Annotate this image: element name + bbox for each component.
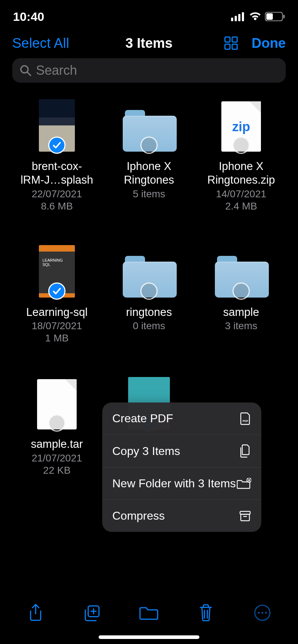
file-item[interactable]: brent-cox-lRM-J…splash 22/07/2021 8.6 MB bbox=[12, 99, 101, 212]
duplicate-button[interactable] bbox=[80, 600, 105, 625]
svg-rect-1 bbox=[235, 16, 237, 21]
selection-circle-icon bbox=[140, 137, 158, 154]
svg-text:PDF: PDF bbox=[243, 419, 248, 423]
menu-item-label: Compress bbox=[112, 509, 165, 523]
pdf-icon: PDF bbox=[240, 412, 251, 425]
svg-point-27 bbox=[262, 612, 263, 613]
menu-item-new-folder[interactable]: New Folder with 3 Items bbox=[102, 468, 261, 500]
selection-circle-icon bbox=[48, 414, 66, 432]
selection-circle-icon bbox=[140, 282, 158, 300]
delete-button[interactable] bbox=[193, 600, 218, 625]
folder-item-count: 3 items bbox=[225, 320, 257, 332]
svg-rect-2 bbox=[238, 14, 240, 21]
cellular-icon bbox=[231, 12, 245, 21]
more-button[interactable] bbox=[250, 600, 275, 625]
done-button[interactable]: Done bbox=[252, 36, 286, 51]
file-name: sample.tar bbox=[31, 437, 83, 451]
context-menu: Create PDF PDF Copy 3 Items New Folder w… bbox=[102, 402, 261, 532]
file-item[interactable]: ringtones 0 items bbox=[104, 245, 194, 344]
file-name: sample bbox=[223, 305, 259, 319]
status-bar: 10:40 bbox=[0, 0, 298, 29]
file-item[interactable]: sample 3 items bbox=[197, 245, 286, 344]
file-size: 1 MB bbox=[45, 332, 68, 344]
menu-item-label: Copy 3 Items bbox=[112, 445, 180, 458]
svg-rect-9 bbox=[225, 44, 230, 49]
svg-rect-3 bbox=[242, 12, 244, 21]
copy-icon bbox=[239, 444, 251, 458]
file-item[interactable]: Iphone XRingtones 5 items bbox=[104, 99, 194, 212]
file-item[interactable]: zip Iphone XRingtones.zip 14/07/2021 2.4… bbox=[197, 99, 286, 212]
trash-icon bbox=[198, 604, 213, 622]
file-date: 18/07/2021 bbox=[32, 320, 82, 332]
share-icon bbox=[28, 603, 44, 622]
file-name: brent-cox-lRM-J…splash bbox=[21, 160, 93, 187]
folder-icon bbox=[139, 605, 159, 621]
svg-point-28 bbox=[265, 612, 267, 613]
svg-rect-8 bbox=[232, 37, 237, 42]
file-name: Iphone XRingtones bbox=[124, 160, 174, 187]
wifi-icon bbox=[249, 12, 261, 21]
status-time: 10:40 bbox=[13, 10, 44, 24]
select-all-button[interactable]: Select All bbox=[12, 36, 69, 51]
svg-rect-5 bbox=[266, 13, 273, 20]
file-item[interactable]: LEARNING SQL Learning-sql 18/07/2021 1 M… bbox=[12, 245, 101, 344]
view-grid-icon[interactable] bbox=[224, 36, 239, 51]
file-size: 22 KB bbox=[43, 465, 71, 476]
home-indicator bbox=[99, 635, 199, 639]
file-item[interactable]: sample.tar 21/07/2021 22 KB bbox=[12, 377, 101, 476]
menu-item-compress[interactable]: Compress bbox=[102, 500, 261, 532]
selection-circle-icon bbox=[232, 282, 250, 300]
svg-line-12 bbox=[27, 72, 31, 75]
svg-rect-18 bbox=[241, 514, 249, 521]
search-icon bbox=[19, 64, 32, 77]
search-input[interactable] bbox=[36, 63, 279, 78]
archive-icon bbox=[239, 510, 251, 522]
file-name: Iphone XRingtones.zip bbox=[207, 160, 275, 187]
file-size: 2.4 MB bbox=[225, 201, 257, 212]
svg-point-26 bbox=[258, 612, 260, 613]
svg-rect-6 bbox=[283, 15, 285, 18]
page-title: 3 Items bbox=[126, 36, 173, 51]
search-field[interactable] bbox=[12, 58, 286, 83]
file-name: ringtones bbox=[126, 305, 172, 319]
svg-rect-0 bbox=[231, 18, 233, 21]
battery-icon bbox=[265, 12, 285, 21]
nav-bar: Select All 3 Items Done bbox=[0, 29, 298, 55]
menu-item-label: Create PDF bbox=[112, 412, 173, 425]
selection-circle-icon bbox=[232, 137, 250, 154]
duplicate-icon bbox=[83, 604, 101, 622]
selection-checkmark-icon bbox=[48, 282, 66, 300]
menu-item-create-pdf[interactable]: Create PDF PDF bbox=[102, 402, 261, 435]
folder-item-count: 5 items bbox=[133, 188, 165, 200]
status-icons bbox=[231, 12, 285, 21]
file-date: 22/07/2021 bbox=[32, 188, 82, 200]
move-button[interactable] bbox=[136, 600, 162, 625]
search-wrap bbox=[0, 55, 298, 86]
svg-rect-7 bbox=[225, 37, 230, 42]
more-icon bbox=[254, 604, 271, 621]
share-button[interactable] bbox=[23, 600, 48, 625]
menu-item-copy[interactable]: Copy 3 Items bbox=[102, 435, 261, 468]
new-folder-icon bbox=[237, 478, 251, 489]
folder-item-count: 0 items bbox=[133, 320, 165, 332]
selection-checkmark-icon bbox=[48, 137, 66, 154]
file-date: 14/07/2021 bbox=[216, 188, 266, 200]
svg-rect-10 bbox=[232, 44, 237, 49]
file-size: 8.6 MB bbox=[41, 201, 73, 212]
menu-item-label: New Folder with 3 Items bbox=[112, 477, 236, 490]
file-date: 21/07/2021 bbox=[32, 452, 82, 464]
file-name: Learning-sql bbox=[26, 305, 88, 319]
